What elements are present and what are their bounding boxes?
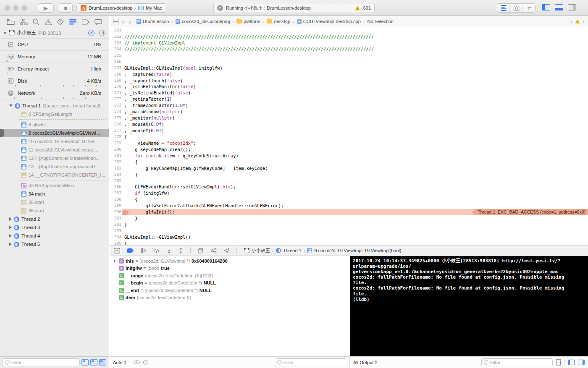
version-editor-button[interactable]: ⇄ <box>522 4 535 12</box>
back-button[interactable]: ‹ <box>121 18 125 25</box>
code-line[interactable]: 274, _mainWindow(nullptr) <box>110 109 588 115</box>
navigator-filter-input[interactable]: ≡ Filter <box>3 358 80 366</box>
variable-row[interactable]: Ainitglfw = (bool) true <box>110 265 350 272</box>
variable-row[interactable]: Litem (cocos2d::keyCodeItem &) <box>110 294 350 302</box>
jumpbar-item[interactable]: No Selection <box>368 19 394 24</box>
gauge-row[interactable]: Energy ImpactHigh <box>0 63 109 75</box>
code-line[interactable]: 280 g_keyCodeMap.clear(); <box>110 146 588 153</box>
next-issue-button[interactable]: › <box>583 18 585 25</box>
stack-frame-row[interactable]: 12 ::-[AppController createWindo... <box>0 154 109 162</box>
code-line[interactable]: 287 if (initglfw) <box>110 190 588 196</box>
error-annotation[interactable]: Thread 1: EXC_BAD_ACCESS (code=1, addres… <box>472 209 588 215</box>
code-line[interactable]: 284 } <box>110 172 588 178</box>
find-navigator-icon[interactable] <box>32 18 39 25</box>
show-console-toggle[interactable] <box>578 360 585 365</box>
related-items-icon[interactable] <box>113 19 118 24</box>
code-line[interactable]: 279 _viewName = "cocos2dx"; <box>110 140 588 146</box>
code-line[interactable]: 290 glfwInit();Thread 1: EXC_BAD_ACCESS … <box>110 209 588 215</box>
stack-frame-row[interactable]: 36 start <box>0 206 109 215</box>
stack-frame-row[interactable]: 11 cocos2d::GLViewImpl::create... <box>0 146 109 154</box>
toggle-navigator-button[interactable] <box>542 4 550 10</box>
simulate-location-button[interactable] <box>224 248 229 253</box>
code-line[interactable]: 270, _isInRetinaMonitor(false) <box>110 84 588 90</box>
stack-frame-row[interactable]: 10 cocos2d::GLViewImpl::GLVie... <box>0 137 109 146</box>
profile-in-instruments-button[interactable] <box>88 30 94 36</box>
variable-row[interactable]: L__range (cocos2d::keyCodeItem (&)[122]) <box>110 272 350 279</box>
code-line[interactable]: 265 <box>110 52 588 59</box>
code-line[interactable]: 293 <box>110 228 588 234</box>
stack-frame-row[interactable]: 8 glfwInit <box>0 120 109 129</box>
code-line[interactable]: 282 { <box>110 159 588 165</box>
step-over-button[interactable] <box>153 248 160 253</box>
zoom-window-button[interactable] <box>22 5 27 10</box>
gauge-row[interactable]: NetworkZero KB/s <box>0 87 109 99</box>
code-line[interactable]: 263// implement GLViewImpl <box>110 40 588 46</box>
thread-row[interactable]: Thread 2 <box>0 215 109 223</box>
step-into-button[interactable] <box>167 248 171 253</box>
code-line[interactable]: 275, _monitor(nullptr) <box>110 115 588 121</box>
jumpbar-item[interactable]: desktop <box>267 19 290 24</box>
code-line[interactable]: 285 <box>110 178 588 184</box>
stack-frame-row[interactable]: 14 __CFNOTIFICATIONCENTER_I... <box>0 171 109 179</box>
code-line[interactable]: 272, _retinaFactor(1) <box>110 96 588 102</box>
toggle-debug-area-button[interactable] <box>555 4 563 10</box>
variables-view[interactable]: Athis = (cocos2d::GLViewImpl *) 0x604000… <box>110 256 350 356</box>
stack-frame-row[interactable]: 35 start <box>0 198 109 206</box>
show-variables-view-toggle[interactable] <box>568 360 575 365</box>
forward-button[interactable]: › <box>128 18 132 25</box>
breadcrumb-process[interactable]: 小小鼓王 <box>252 248 270 254</box>
jumpbar-item[interactable]: +CCGLViewImpl-desktop.cpp <box>297 19 361 24</box>
minimize-window-button[interactable] <box>13 5 18 10</box>
code-line[interactable]: 278{ <box>110 134 588 140</box>
step-out-button[interactable] <box>178 248 183 253</box>
project-navigator-icon[interactable] <box>7 19 15 25</box>
issue-navigator-icon[interactable] <box>45 19 52 25</box>
console-view[interactable]: 2017-10-24 10:14:37.349825+0800 小小鼓王[285… <box>350 256 588 356</box>
jumpbar-item[interactable]: platform <box>236 19 260 24</box>
code-line[interactable]: 295{ <box>110 240 588 245</box>
assistant-editor-button[interactable] <box>510 4 522 12</box>
code-line[interactable]: 289 glfwSetErrorCallback(GLFWEventHandle… <box>110 203 588 209</box>
quicklook-icon[interactable] <box>134 360 140 364</box>
test-navigator-icon[interactable] <box>57 18 64 25</box>
code-line[interactable]: 294GLViewImpl::~GLViewImpl() <box>110 234 588 240</box>
view-hierarchy-button[interactable] <box>198 248 203 253</box>
code-line[interactable]: 273, _frameZoomFactor(1.0f) <box>110 102 588 109</box>
stack-frame-row[interactable]: 9 cocos2d::GLViewImpl::GLViewI... <box>0 129 109 137</box>
clear-console-icon[interactable] <box>556 360 561 365</box>
stack-frame-row[interactable]: 13 ::-[AppController applicationD... <box>0 162 109 171</box>
breakpoint-navigator-icon[interactable] <box>81 19 89 25</box>
process-row[interactable]: 小小鼓王 PID 28513 <box>0 28 109 39</box>
show-only-running-blocks-button[interactable] <box>81 359 89 365</box>
run-button[interactable]: ▶ <box>38 3 54 13</box>
standard-editor-button[interactable] <box>497 4 510 12</box>
code-line[interactable]: 271, _isRetinaEnabled(false) <box>110 90 588 96</box>
variable-row[interactable]: Athis = (cocos2d::GLViewImpl *) 0x604000… <box>110 257 350 265</box>
jumpbar-item[interactable]: cocos2d_libs.xcodeproj <box>176 19 230 24</box>
code-line[interactable]: 277, _mouseY(0.0f) <box>110 128 588 134</box>
thread-row[interactable]: Thread 3 <box>0 223 109 232</box>
code-line[interactable]: 286 GLFWEventHandler::setGLViewImpl(this… <box>110 184 588 190</box>
toggle-inspector-button[interactable] <box>568 4 576 10</box>
stack-frame-row[interactable]: 34 main <box>0 190 109 198</box>
close-window-button[interactable] <box>5 5 10 10</box>
stop-button[interactable]: ■ <box>59 3 73 13</box>
code-line[interactable]: 281 for (auto& item : g_keyCodeStructArr… <box>110 153 588 159</box>
gauge-row[interactable]: Disk4 KB/s <box>0 75 109 87</box>
continue-button[interactable] <box>141 248 146 253</box>
thread-row[interactable]: Thread 4 <box>0 232 109 240</box>
thread-row[interactable]: Thread 5 <box>0 240 109 248</box>
breadcrumb-thread[interactable]: Thread 1 <box>283 248 302 253</box>
console-output-dropdown[interactable]: All Output <box>353 360 377 365</box>
code-line[interactable]: 292} <box>110 222 588 228</box>
prev-issue-button[interactable]: ‹ <box>570 18 572 25</box>
code-line[interactable]: 269, _supportTouch(false) <box>110 78 588 84</box>
code-line[interactable]: 261 <box>110 27 588 34</box>
jumpbar-item[interactable]: DrumLesson <box>136 19 169 24</box>
memory-graph-button[interactable] <box>210 248 217 253</box>
disclosure-triangle[interactable] <box>3 32 7 34</box>
breadcrumb-frame[interactable]: 9 cocos2d::GLViewImpl::GLViewImpl(bool) <box>314 248 401 253</box>
hide-debug-area-button[interactable] <box>114 248 120 253</box>
code-line[interactable]: 291 } <box>110 215 588 222</box>
variable-row[interactable]: L__begin = (cocos2d::keyCodeItem *) NULL <box>110 279 350 287</box>
